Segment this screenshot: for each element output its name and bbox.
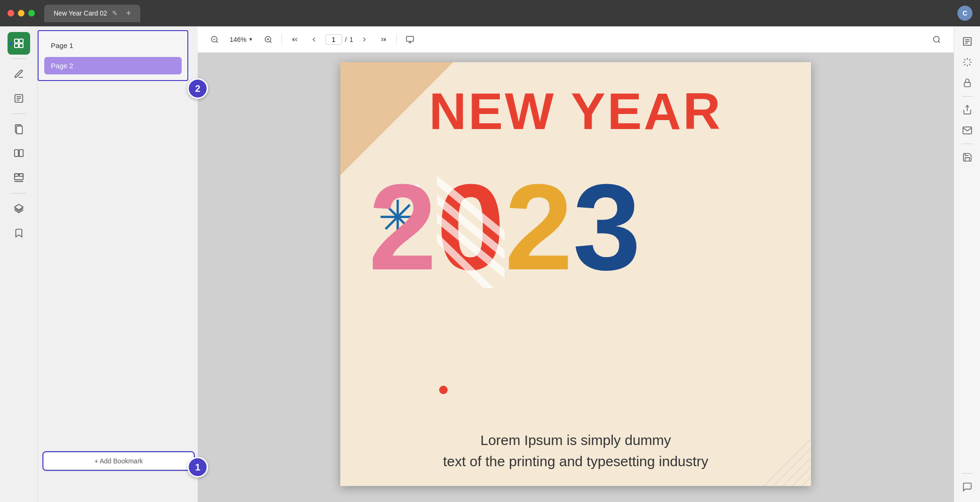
sidebar-item-compare[interactable]: [8, 142, 30, 165]
maximize-button[interactable]: [28, 10, 35, 16]
year-2023: 2 0 2 3: [369, 166, 811, 288]
page-item-2[interactable]: Page 2: [44, 57, 182, 74]
right-sidebar: [954, 26, 980, 502]
ocr-button[interactable]: [958, 32, 977, 51]
dot-indicator: [9, 42, 12, 45]
zoom-level[interactable]: 146% ▼: [226, 34, 257, 45]
svg-line-24: [270, 41, 271, 42]
new-year-title: NEW YEAR: [340, 81, 811, 141]
sidebar-divider-1: [11, 58, 26, 59]
email-button[interactable]: [958, 121, 977, 140]
svg-rect-2: [15, 44, 18, 48]
protect-button[interactable]: [958, 73, 977, 92]
sidebar-item-annotate[interactable]: [8, 63, 30, 85]
comment-button[interactable]: [958, 478, 977, 496]
close-button[interactable]: [8, 10, 14, 16]
svg-rect-0: [15, 39, 18, 43]
dot-red-decoration: [439, 386, 448, 394]
prev-page-button[interactable]: [306, 32, 321, 47]
svg-line-39: [792, 467, 811, 486]
toolbar-divider-1: [281, 34, 282, 45]
last-page-button[interactable]: [376, 32, 391, 47]
page-number: 1 / 1: [325, 34, 353, 45]
right-divider-2: [962, 144, 973, 144]
left-sidebar: [0, 26, 38, 502]
right-divider-3: [962, 473, 973, 474]
chevron-down-icon: ▼: [249, 37, 253, 42]
document-page: NEW YEAR ✳ 2 0: [340, 62, 811, 486]
svg-rect-45: [964, 82, 970, 87]
toolbar-divider-2: [396, 34, 397, 45]
svg-line-40: [802, 477, 811, 486]
diagonal-lines-decoration: [717, 392, 811, 486]
svg-line-37: [773, 448, 811, 486]
add-bookmark-button[interactable]: + Add Bookmark: [43, 452, 194, 470]
svg-rect-3: [19, 44, 23, 48]
svg-rect-27: [407, 36, 414, 41]
zoom-in-button[interactable]: [261, 32, 276, 47]
page-panel: Page 1 Page 2: [38, 30, 188, 81]
svg-point-30: [933, 36, 939, 42]
svg-line-33: [437, 213, 505, 279]
svg-rect-9: [16, 126, 22, 134]
edit-title-icon[interactable]: ✎: [112, 9, 118, 17]
toolbar: 146% ▼: [198, 26, 954, 53]
svg-line-32: [437, 194, 505, 260]
sidebar-item-stamps[interactable]: [8, 167, 30, 189]
current-page-input[interactable]: 1: [325, 34, 342, 45]
page-item-1[interactable]: Page 1: [44, 37, 182, 54]
minimize-button[interactable]: [18, 10, 24, 16]
tab-new-year-card[interactable]: New Year Card 02 ✎ +: [44, 5, 140, 22]
step-badge-2: 2: [187, 78, 208, 99]
svg-line-20: [216, 41, 217, 42]
present-button[interactable]: [402, 32, 418, 47]
tab-title: New Year Card 02: [54, 9, 107, 17]
digit-2-pink: 2: [369, 166, 437, 288]
svg-rect-1: [19, 39, 23, 43]
convert-button[interactable]: [958, 53, 977, 72]
next-page-button[interactable]: [357, 32, 372, 47]
traffic-lights: [8, 10, 35, 16]
svg-rect-11: [19, 150, 23, 157]
save-button[interactable]: [958, 148, 977, 167]
content-area: 146% ▼: [198, 26, 954, 502]
sidebar-divider-2: [11, 113, 26, 114]
document-canvas: NEW YEAR ✳ 2 0: [198, 53, 954, 502]
sidebar-item-thumbnails[interactable]: [8, 32, 30, 55]
svg-rect-13: [14, 174, 23, 180]
search-button[interactable]: [929, 32, 944, 47]
svg-line-35: [437, 175, 505, 241]
sidebar-item-pages[interactable]: [8, 118, 30, 140]
total-pages: 1: [350, 36, 353, 43]
title-bar: New Year Card 02 ✎ + C: [0, 0, 980, 26]
svg-line-31: [938, 41, 940, 42]
digit-3-blue: 3: [573, 166, 641, 288]
step-badge-1: 1: [187, 457, 208, 478]
right-divider-1: [962, 96, 973, 97]
bookmark-section: + Add Bookmark: [43, 452, 194, 470]
sidebar-item-bookmarks[interactable]: [8, 222, 30, 244]
sidebar-divider-3: [11, 193, 26, 194]
first-page-button[interactable]: [288, 32, 303, 47]
main-area: Page 1 Page 2 + Add Bookmark 2 1 146% ▼: [0, 26, 980, 502]
zoom-out-button[interactable]: [207, 32, 222, 47]
svg-line-36: [764, 439, 811, 486]
digit-2-yellow: 2: [505, 166, 573, 288]
share-button[interactable]: [958, 100, 977, 119]
sidebar-item-layers[interactable]: [8, 197, 30, 220]
digit-0-striped: 0: [437, 166, 505, 288]
svg-rect-10: [14, 150, 18, 157]
svg-line-34: [437, 232, 498, 288]
user-avatar[interactable]: C: [957, 6, 972, 21]
sidebar-item-forms[interactable]: [8, 87, 30, 110]
add-tab-button[interactable]: +: [126, 8, 131, 18]
